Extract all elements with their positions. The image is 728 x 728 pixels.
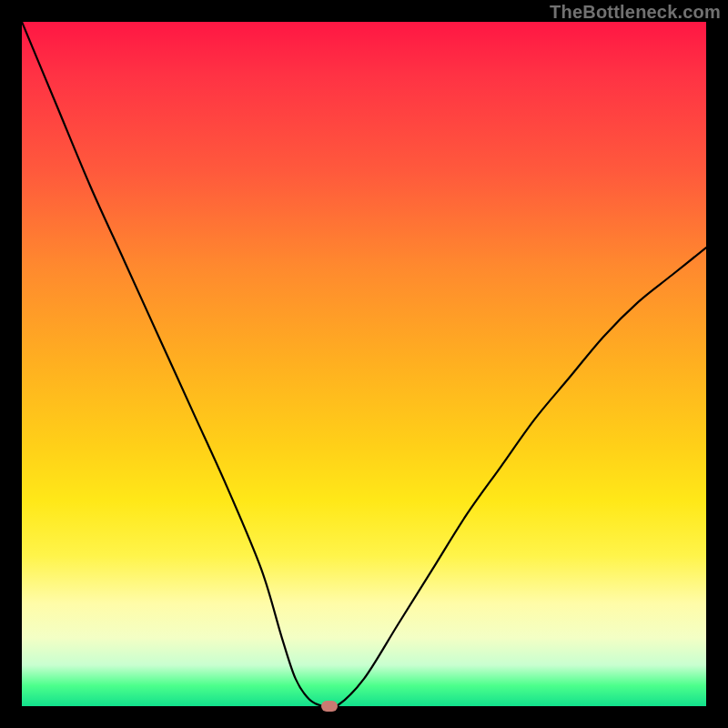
minimum-marker	[321, 701, 338, 712]
chart-frame: TheBottleneck.com	[0, 0, 728, 728]
bottleneck-curve	[22, 22, 706, 706]
plot-area	[22, 22, 706, 706]
watermark-text: TheBottleneck.com	[550, 2, 721, 23]
